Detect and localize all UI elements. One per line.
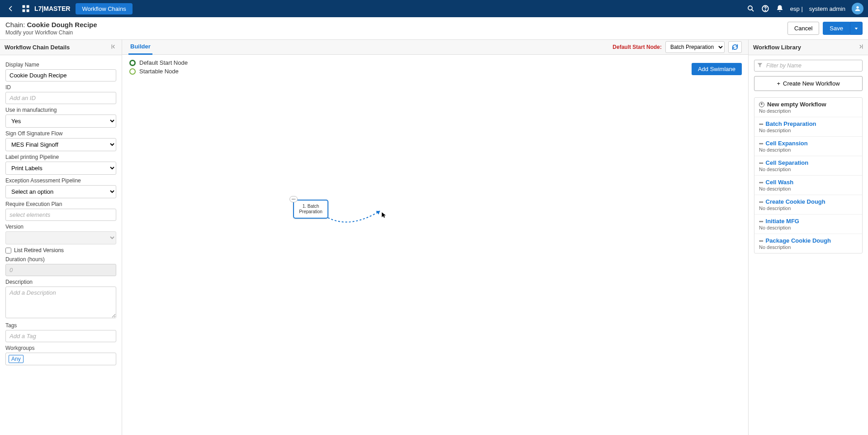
plus-icon: + (777, 80, 780, 87)
workflow-node-batch-preparation[interactable]: ••• 1. Batch Preparation (293, 200, 328, 219)
help-icon[interactable] (761, 5, 769, 13)
workgroups-any-tag[interactable]: Any (9, 355, 24, 363)
chain-crumb-label: Chain: (5, 21, 27, 29)
brand-label: L7|MASTER (34, 5, 70, 12)
labelpipe-select[interactable]: Print Labels (5, 162, 116, 175)
back-button[interactable] (5, 2, 17, 15)
workflow-item[interactable]: •••Cell Expansion No description (754, 137, 862, 156)
svg-point-8 (856, 6, 859, 9)
labelpipe-label: Label printing Pipeline (5, 154, 116, 160)
collapse-right-icon[interactable] (857, 43, 863, 51)
legend-default-label: Default Start Node (139, 59, 188, 66)
workflow-item-new-empty[interactable]: +New empty Workflow No description (754, 98, 862, 117)
refresh-button[interactable] (728, 41, 742, 53)
details-panel: Workflow Chain Details Display Name ID U… (0, 40, 122, 435)
drag-icon: ••• (759, 219, 763, 224)
workflow-item[interactable]: •••Batch Preparation No description (754, 117, 862, 137)
tags-input[interactable] (5, 330, 116, 342)
legend-startable-label: Startable Node (139, 68, 179, 75)
app-logo-icon (21, 4, 31, 14)
create-workflow-button[interactable]: + Create New Workflow (754, 76, 863, 91)
library-panel-title: Workflow Library (753, 44, 801, 51)
retired-label: List Retired Versions (14, 247, 64, 253)
workflow-list: +New empty Workflow No description •••Ba… (754, 97, 863, 253)
workflow-item[interactable]: •••Cell Wash No description (754, 176, 862, 195)
collapse-left-icon[interactable] (111, 43, 117, 51)
tags-label: Tags (5, 322, 116, 329)
add-swimlane-button[interactable]: Add Swimlane (692, 63, 742, 75)
svg-rect-2 (23, 10, 25, 12)
filter-icon (757, 62, 763, 70)
workflow-item[interactable]: •••Cell Separation No description (754, 156, 862, 176)
workflow-item[interactable]: •••Create Cookie Dough No description (754, 195, 862, 215)
svg-marker-12 (382, 212, 386, 218)
cursor-icon (382, 212, 387, 218)
page-subheader: Chain: Cookie Dough Recipe Modify your W… (0, 17, 868, 40)
node-menu-icon[interactable]: ••• (289, 196, 298, 202)
version-label: Version (5, 224, 116, 230)
svg-point-7 (765, 10, 765, 10)
details-panel-title: Workflow Chain Details (5, 44, 70, 51)
execplan-label: Require Execution Plan (5, 201, 116, 207)
signoff-label: Sign Off Signature Flow (5, 130, 116, 137)
duration-input[interactable] (5, 264, 116, 276)
svg-line-5 (752, 10, 754, 11)
chain-subtitle: Modify your Workflow Chain (5, 29, 97, 36)
description-textarea[interactable] (5, 287, 116, 318)
user-name-label[interactable]: system admin (809, 5, 845, 12)
duration-label: Duration (hours) (5, 256, 116, 263)
workflow-chains-chip[interactable]: Workflow Chains (76, 3, 132, 14)
execplan-input[interactable] (5, 209, 116, 221)
drag-icon: ••• (759, 199, 763, 205)
notifications-icon[interactable] (776, 5, 784, 13)
save-dropdown-caret[interactable] (850, 22, 863, 35)
library-panel: Workflow Library + Create New Workflow +… (748, 40, 868, 435)
builder-tab[interactable]: Builder (128, 39, 152, 55)
svg-marker-14 (758, 63, 763, 67)
svg-marker-11 (376, 211, 380, 215)
exception-label: Exception Assessment Pipeline (5, 177, 116, 184)
svg-rect-3 (27, 10, 29, 12)
id-input[interactable] (5, 92, 116, 104)
cancel-button[interactable]: Cancel (787, 22, 819, 35)
use-mfg-select[interactable]: Yes (5, 115, 116, 128)
default-start-select[interactable]: Batch Preparation (665, 41, 725, 53)
workgroups-input[interactable]: Any (5, 353, 116, 365)
use-mfg-label: Use in manufacturing (5, 107, 116, 113)
drag-icon: ••• (759, 238, 763, 244)
display-name-input[interactable] (5, 69, 116, 81)
signoff-select[interactable]: MES Final Signoff (5, 138, 116, 151)
workflow-item[interactable]: •••Initiate MFG No description (754, 215, 862, 234)
svg-point-4 (748, 6, 752, 10)
exception-select[interactable]: Select an option (5, 185, 116, 198)
connector-arrow (328, 206, 387, 229)
id-label: ID (5, 84, 116, 91)
version-select[interactable] (5, 231, 116, 244)
chain-name: Cookie Dough Recipe (27, 21, 97, 29)
svg-rect-0 (23, 5, 25, 8)
default-start-label: Default Start Node: (612, 44, 662, 50)
top-navbar: L7|MASTER Workflow Chains esp | system a… (0, 0, 868, 17)
svg-marker-9 (855, 28, 858, 29)
node-label: 1. Batch Preparation (295, 204, 327, 215)
retired-checkbox[interactable] (5, 248, 11, 253)
svg-rect-1 (27, 5, 29, 8)
builder-canvas[interactable]: Default Start Node Startable Node Add Sw… (122, 55, 748, 435)
plus-circle-icon: + (759, 102, 764, 107)
library-filter-input[interactable] (754, 60, 863, 72)
workgroups-label: Workgroups (5, 345, 116, 351)
drag-icon: ••• (759, 141, 763, 146)
startable-node-icon (129, 68, 136, 75)
drag-icon: ••• (759, 160, 763, 166)
workflow-item[interactable]: •••Package Cookie Dough No description (754, 234, 862, 253)
default-node-icon (129, 60, 136, 66)
search-icon[interactable] (747, 5, 755, 13)
drag-icon: ••• (759, 180, 763, 185)
user-avatar[interactable] (852, 3, 863, 14)
drag-icon: ••• (759, 121, 763, 127)
save-button[interactable]: Save (823, 22, 850, 35)
esp-label: esp | (790, 5, 803, 12)
builder-panel: Builder Default Start Node: Batch Prepar… (122, 40, 748, 435)
description-label: Description (5, 279, 116, 285)
display-name-label: Display Name (5, 62, 116, 68)
